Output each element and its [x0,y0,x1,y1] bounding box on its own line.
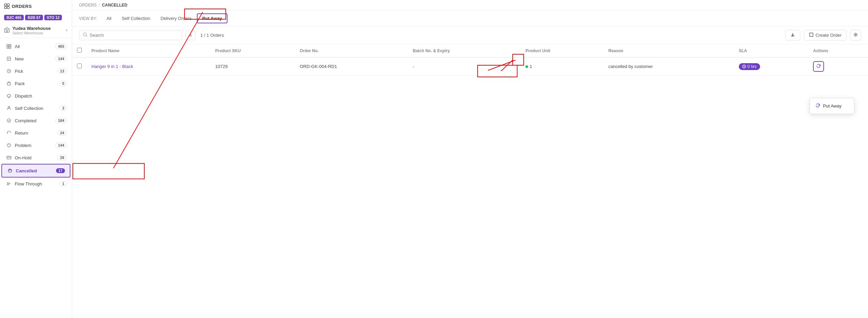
tab-all[interactable]: All [101,14,116,23]
on-hold-icon [6,155,12,161]
sidebar-item-self-collection[interactable]: Self Collection 3 [0,102,72,114]
tab-put-away[interactable]: Put Away [197,13,228,23]
sidebar-item-return[interactable]: Return 24 [0,127,72,139]
sidebar-title: ORDERS [4,3,68,9]
sidebar-item-on-hold-label: On-Hold [15,155,31,160]
sla-badge: 0 hrs [739,63,760,70]
svg-rect-9 [9,47,11,48]
put-away-menu-icon [815,103,820,109]
sidebar-item-cancelled[interactable]: Cancelled 17 [1,164,70,178]
put-away-menu-item[interactable]: Put Away [810,100,854,112]
row-order-no: ORD-GK-004-RD1 [295,57,408,76]
col-product-unit: Product Unit [521,44,603,57]
svg-rect-14 [7,156,11,159]
b2b-badge[interactable]: B2B 67 [25,15,43,20]
breadcrumb: ORDERS / CANCELLED [72,0,868,11]
svg-rect-0 [4,4,7,6]
warehouse-sub: Select Warehouse [12,31,51,35]
view-by-label: VIEW BY: [79,16,97,21]
warehouse-name: Yudea Warehouse [12,26,51,31]
sidebar-item-pick[interactable]: Pick 13 [0,65,72,77]
table-area: Product Name Product SKU Order No. Batch… [72,44,868,318]
svg-point-12 [7,119,11,122]
select-all-checkbox[interactable] [77,48,82,53]
col-reason: Reason [603,44,734,57]
svg-rect-2 [4,7,7,9]
create-order-button[interactable]: Create Order [804,30,847,41]
sidebar-item-all[interactable]: All 465 [0,40,72,53]
action-refresh-button[interactable] [813,61,824,72]
pick-count: 13 [57,68,67,74]
product-name-link[interactable]: Hanger 9 in 1 - Black [91,64,133,69]
b2c-badge[interactable]: B2C 465 [4,15,24,20]
sidebar-item-problem[interactable]: Problem 144 [0,139,72,151]
table-row: Hanger 9 in 1 - Black 10729 ORD-GK-004-R… [72,57,868,76]
col-product-name: Product Name [87,44,210,57]
svg-rect-1 [7,4,9,6]
svg-point-16 [84,33,87,36]
breadcrumb-current: CANCELLED [102,3,127,8]
toolbar: ≡ 1 / 1 Orders Create Order [72,26,868,44]
sto-badge[interactable]: STO 12 [44,15,62,20]
col-batch-no: Batch No. & Expiry [408,44,521,57]
search-icon [83,32,88,38]
self-collection-icon [6,105,12,111]
flow-through-icon [6,181,12,187]
settings-icon [853,33,858,38]
all-count: 465 [55,44,67,49]
return-count: 24 [57,130,67,136]
cancelled-icon [7,168,13,174]
sidebar-item-pack[interactable]: Pack 0 [0,77,72,90]
dispatch-icon [6,93,12,99]
pack-icon [6,80,12,87]
orders-table: Product Name Product SKU Order No. Batch… [72,44,868,76]
col-sla: SLA [734,44,808,57]
return-icon [6,130,12,136]
problem-count: 144 [55,143,67,148]
sidebar-item-on-hold[interactable]: On-Hold 29 [0,151,72,164]
row-batch-no: - [408,57,521,76]
row-checkbox-cell[interactable] [72,57,87,76]
sidebar-item-dispatch[interactable]: Dispatch [0,90,72,102]
export-button[interactable] [785,30,800,41]
row-reason: cancelled by customer [603,57,734,76]
nav-section: All 465 New 144 Pick 13 Pack 0 [0,38,72,318]
pick-icon [6,68,12,74]
svg-point-17 [855,34,856,35]
col-order-no: Order No. [295,44,408,57]
sidebar-item-self-collection-label: Self Collection [15,106,43,111]
tab-delivery-orders[interactable]: Delivery Orders [155,14,197,23]
sidebar-item-dispatch-label: Dispatch [15,93,32,99]
sidebar-item-flow-through[interactable]: Flow Through 1 [0,178,72,190]
row-checkbox[interactable] [77,64,82,68]
sidebar-item-flow-through-label: Flow Through [15,181,42,186]
tab-self-collection[interactable]: Self Collection [116,14,155,23]
sidebar-item-problem-label: Problem [15,143,31,148]
settings-button[interactable] [850,30,861,41]
row-sla: 0 hrs [734,57,808,76]
sidebar-header: ORDERS [0,0,72,12]
order-count: 1 / 1 Orders [200,33,224,38]
new-count: 144 [55,56,67,61]
sidebar-item-return-label: Return [15,130,28,136]
sidebar: ORDERS B2C 465 B2B 67 STO 12 Yudea Wareh… [0,0,72,318]
completed-icon [6,117,12,124]
breadcrumb-parent[interactable]: ORDERS [79,3,97,8]
svg-rect-6 [7,44,9,46]
new-icon [6,56,12,62]
pack-count: 0 [59,81,67,86]
row-actions [808,57,868,76]
refresh-icon [816,64,821,69]
svg-rect-5 [6,31,8,32]
sidebar-item-pick-label: Pick [15,69,23,74]
search-box[interactable] [79,30,182,40]
main-content: ORDERS / CANCELLED VIEW BY: All Self Col… [72,0,868,318]
filter-button[interactable]: ≡ [186,31,196,40]
select-all-checkbox-header[interactable] [72,44,87,57]
sidebar-item-completed[interactable]: Completed 184 [0,114,72,127]
sidebar-item-new[interactable]: New 144 [0,53,72,65]
warehouse-selector[interactable]: Yudea Warehouse Select Warehouse ▾ [0,23,72,38]
warehouse-icon [4,27,10,34]
put-away-dropdown: Put Away [810,98,854,114]
search-input[interactable] [90,33,178,38]
